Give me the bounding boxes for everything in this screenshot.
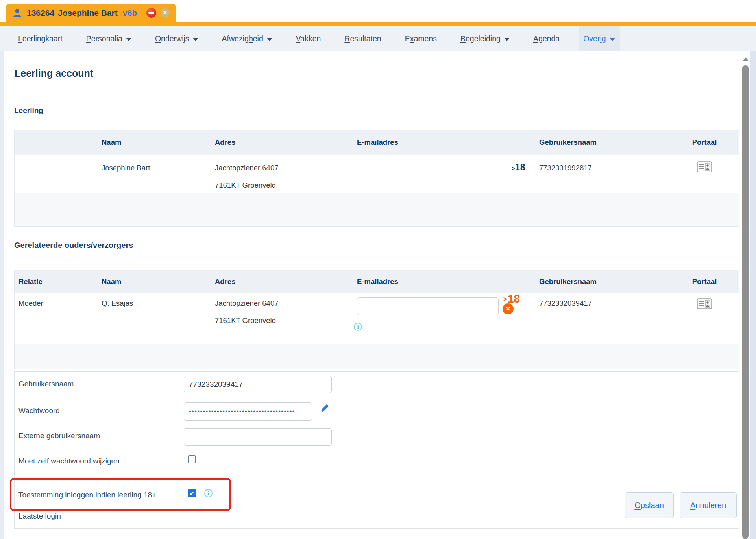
page-title: Leerling account	[15, 68, 93, 79]
header-adres: Adres	[215, 138, 235, 147]
nav-item-vakken[interactable]: Vakken	[291, 26, 326, 51]
nav-item-leerlingkaart[interactable]: Leerlingkaart	[13, 26, 67, 51]
opslaan-button[interactable]: Opslaan	[625, 492, 674, 518]
edit-pencil-icon[interactable]	[318, 403, 329, 416]
leerling-account-screen: 136264 Josephine Bart v6b ✕ Leerlingkaar…	[0, 0, 756, 539]
nav-item-examens[interactable]: Examens	[400, 26, 442, 51]
header-gebruikersnaam: Gebruikersnaam	[539, 138, 597, 147]
tab-bar: 136264 Josephine Bart v6b ✕	[0, 0, 756, 22]
ouders-table: Relatie Naam Adres E-mailadres Gebruiker…	[14, 270, 739, 369]
ouders-table-empty-area	[15, 344, 739, 369]
ouder-adres-line2: 7161KT Groenveld	[215, 316, 276, 325]
account-form: Gebruikersnaam Wachtwoord Externe gebrui…	[14, 371, 739, 529]
header-adres: Adres	[215, 277, 235, 286]
nav-item-begeleiding[interactable]: Begeleiding	[456, 26, 514, 51]
ouders-table-row: Moeder Q. Esajas Jachtopziener 6407 7161…	[15, 293, 739, 344]
chevron-down-icon	[126, 38, 131, 41]
wachtwoord-input[interactable]	[184, 402, 312, 421]
leerling-naam: Josephine Bart	[102, 164, 150, 172]
chevron-down-icon	[610, 38, 615, 41]
ouder-gebruikersnaam: 7732332039417	[539, 299, 592, 308]
leerling-table: Naam Adres E-mailadres Gebruikersnaam Po…	[14, 130, 739, 227]
title-divider	[14, 90, 739, 90]
chevron-down-icon	[267, 38, 272, 41]
header-email: E-mailadres	[357, 138, 398, 147]
moet-zelf-wachtwoord-checkbox[interactable]	[188, 455, 196, 463]
adult-18plus-blocked-icon: >18✕	[503, 295, 525, 318]
scrollbar-up-arrow-icon[interactable]	[743, 57, 749, 61]
section-title-leerling: Leerling	[14, 106, 43, 115]
info-icon[interactable]: i	[204, 489, 213, 497]
externe-gebruikersnaam-input[interactable]	[184, 428, 332, 446]
user-icon	[12, 8, 22, 18]
student-id: 136264	[27, 8, 54, 18]
nav-item-onderwijs[interactable]: Onderwijs	[150, 26, 203, 51]
ouders-table-header: Relatie Naam Adres E-mailadres Gebruiker…	[15, 270, 739, 293]
scrollbar-thumb[interactable]	[742, 65, 749, 539]
header-portaal: Portaal	[681, 277, 728, 286]
ouder-naam: Q. Esajas	[102, 299, 133, 308]
label-externe-gebruikersnaam: Externe gebruikersnaam	[18, 432, 100, 440]
portal-card-icon[interactable]	[681, 298, 728, 311]
label-gebruikersnaam: Gebruikersnaam	[18, 380, 74, 388]
right-edge-strip	[750, 51, 756, 539]
leerling-adres-line1: Jachtopziener 6407	[215, 164, 278, 172]
label-wachtwoord: Wachtwoord	[18, 406, 60, 415]
nav-item-afwezigheid[interactable]: Afwezigheid	[217, 26, 277, 51]
label-toestemming-18plus: Toestemming inloggen indien leerling 18+	[18, 491, 156, 499]
info-icon[interactable]: i	[354, 323, 362, 331]
ouder-relatie: Moeder	[18, 299, 43, 308]
left-gutter	[0, 51, 4, 539]
header-email: E-mailadres	[357, 277, 398, 286]
close-icon[interactable]: ✕	[161, 8, 170, 17]
leerling-table-empty-area	[15, 193, 739, 226]
label-moet-zelf-wachtwoord: Moet zelf wachtwoord wijzigen	[18, 457, 120, 465]
annuleren-button[interactable]: Annuleren	[680, 492, 737, 518]
leerling-adres-line2: 7161KT Groenveld	[215, 181, 276, 190]
section-title-ouders: Gerelateerde ouders/verzorgers	[14, 241, 133, 250]
toestemming-18plus-checkbox[interactable]	[188, 489, 196, 497]
header-naam: Naam	[102, 138, 121, 147]
tab-accent-strip	[0, 22, 756, 26]
leerling-table-row: Josephine Bart Jachtopziener 6407 7161KT…	[15, 155, 739, 193]
header-relatie: Relatie	[18, 277, 43, 286]
chevron-down-icon	[504, 38, 510, 41]
nav-item-agenda[interactable]: Agenda	[529, 26, 564, 51]
chevron-down-icon	[193, 38, 198, 41]
student-class: v6b	[123, 8, 137, 18]
ouder-adres-line1: Jachtopziener 6407	[215, 299, 278, 308]
block-icon[interactable]	[146, 8, 156, 18]
main-navigation: LeerlingkaartPersonaliaOnderwijsAfwezigh…	[0, 26, 756, 51]
age-18plus-badge: >18	[467, 162, 525, 173]
leerling-gebruikersnaam: 7732331992817	[539, 164, 592, 172]
nav-item-resultaten[interactable]: Resultaten	[340, 26, 386, 51]
header-gebruikersnaam: Gebruikersnaam	[539, 277, 597, 286]
nav-item-personalia[interactable]: Personalia	[81, 26, 136, 51]
gebruikersnaam-input[interactable]	[184, 376, 332, 393]
header-portaal: Portaal	[681, 138, 728, 147]
leerling-table-header: Naam Adres E-mailadres Gebruikersnaam Po…	[15, 130, 739, 155]
label-laatste-login: Laatste login	[18, 512, 61, 521]
header-naam: Naam	[102, 277, 121, 286]
student-name: Josephine Bart	[58, 8, 118, 18]
portal-card-icon[interactable]	[681, 161, 728, 174]
student-tab[interactable]: 136264 Josephine Bart v6b ✕	[6, 4, 176, 22]
nav-item-overig[interactable]: Overig	[579, 26, 619, 51]
ouder-email-input[interactable]	[357, 297, 499, 315]
